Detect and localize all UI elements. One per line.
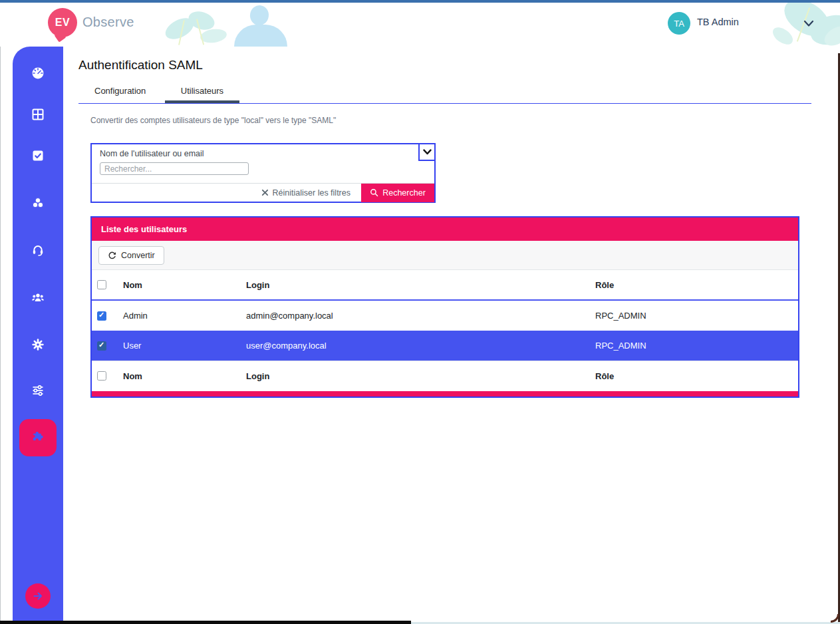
filter-panel: Nom de l'utilisateur ou email Réinitiali… — [90, 143, 436, 203]
row-checkbox[interactable] — [97, 341, 106, 351]
cell-name: Admin — [123, 311, 246, 321]
filter-field-label: Nom de l'utilisateur ou email — [100, 149, 204, 158]
tab-utilisateurs[interactable]: Utilisateurs — [165, 80, 239, 103]
footer-column-role: Rôle — [595, 371, 798, 381]
chevron-down-icon — [802, 17, 815, 30]
search-button-label: Rechercher — [382, 188, 426, 198]
sidebar-item-preferences[interactable] — [31, 384, 45, 397]
logo-text: EV — [48, 8, 77, 37]
brand-name: Observe — [82, 15, 134, 30]
grid-icon — [31, 108, 45, 121]
puzzle-icon — [30, 430, 46, 446]
convert-button-label: Convertir — [121, 251, 155, 260]
chevron-down-icon — [422, 148, 432, 156]
reset-filters-label: Réinitialiser les filtres — [273, 188, 350, 198]
select-all-checkbox[interactable] — [97, 280, 106, 289]
row-checkbox[interactable] — [97, 311, 106, 321]
footer-select-all-checkbox[interactable] — [97, 371, 106, 381]
table-row-admin[interactable]: Admin admin@company.local RPC_ADMIN — [92, 301, 798, 331]
sidebar-item-settings[interactable] — [31, 338, 45, 351]
cell-login: admin@company.local — [246, 311, 595, 321]
reset-filters-button[interactable]: Réinitialiser les filtres — [261, 188, 350, 198]
user-menu[interactable]: TA TB Admin — [665, 9, 822, 37]
headset-icon — [31, 243, 45, 257]
cluster-icon — [31, 196, 45, 210]
users-panel-toolbar: Convertir — [92, 241, 798, 270]
column-header-login: Login — [246, 280, 595, 290]
filter-actions: Réinitialiser les filtres Rechercher — [92, 183, 434, 202]
panel-bottom-accent-bar — [92, 391, 798, 396]
sidebar-item-tasks[interactable] — [31, 149, 45, 162]
sidebar-item-integrations-active[interactable] — [19, 419, 57, 456]
search-icon — [370, 188, 378, 197]
users-panel: Liste des utilisateurs Convertir Nom Log… — [90, 216, 799, 398]
search-input[interactable] — [100, 162, 249, 175]
person-silhouette-decoration — [234, 25, 287, 47]
column-header-role: Rôle — [595, 280, 798, 290]
tab-configuration[interactable]: Configuration — [78, 80, 162, 103]
speedometer-icon — [31, 67, 45, 80]
sidebar — [13, 47, 63, 621]
sidebar-item-apps[interactable] — [31, 108, 45, 121]
cell-role: RPC_ADMIN — [595, 311, 798, 321]
convert-button[interactable]: Convertir — [98, 246, 164, 265]
app-window: EV Observe TA TB Admin — [0, 0, 840, 624]
window-bottom-edge — [0, 621, 411, 624]
table-row-user-selected[interactable]: User user@company.local RPC_ADMIN — [92, 331, 798, 361]
tab-bar: Configuration Utilisateurs — [78, 80, 811, 104]
footer-column-login: Login — [246, 371, 595, 381]
footer-column-nom: Nom — [123, 371, 246, 381]
app-logo[interactable]: EV — [48, 8, 77, 37]
check-square-icon — [31, 149, 45, 162]
gear-icon — [31, 338, 45, 351]
user-group-icon — [31, 291, 45, 304]
sidebar-item-users[interactable] — [31, 291, 45, 304]
refresh-icon — [108, 251, 116, 259]
table-header-row: Nom Login Rôle — [92, 270, 798, 301]
window-top-bar — [0, 0, 840, 3]
page-title: Authentification SAML — [78, 58, 203, 73]
filter-collapse-toggle[interactable] — [418, 144, 434, 161]
window-left-edge — [0, 47, 1, 621]
sidebar-item-services[interactable] — [31, 196, 45, 210]
cell-login: user@company.local — [246, 341, 595, 351]
sidebar-item-support[interactable] — [31, 243, 45, 257]
arrow-right-icon — [31, 589, 45, 603]
page-description: Convertir des comptes utilisateurs de ty… — [90, 116, 336, 125]
search-button[interactable]: Rechercher — [361, 184, 434, 202]
x-icon — [261, 189, 269, 196]
user-name: TB Admin — [697, 17, 739, 27]
cell-role: RPC_ADMIN — [595, 341, 798, 351]
person-silhouette-decoration — [249, 4, 270, 27]
column-header-nom: Nom — [123, 280, 246, 290]
logout-button[interactable] — [25, 583, 51, 609]
sidebar-item-dashboard[interactable] — [31, 67, 45, 80]
users-panel-title: Liste des utilisateurs — [92, 218, 798, 241]
avatar: TA — [668, 12, 690, 35]
table-footer-row: Nom Login Rôle — [92, 361, 798, 390]
sliders-icon — [31, 384, 45, 397]
cell-name: User — [123, 341, 246, 351]
